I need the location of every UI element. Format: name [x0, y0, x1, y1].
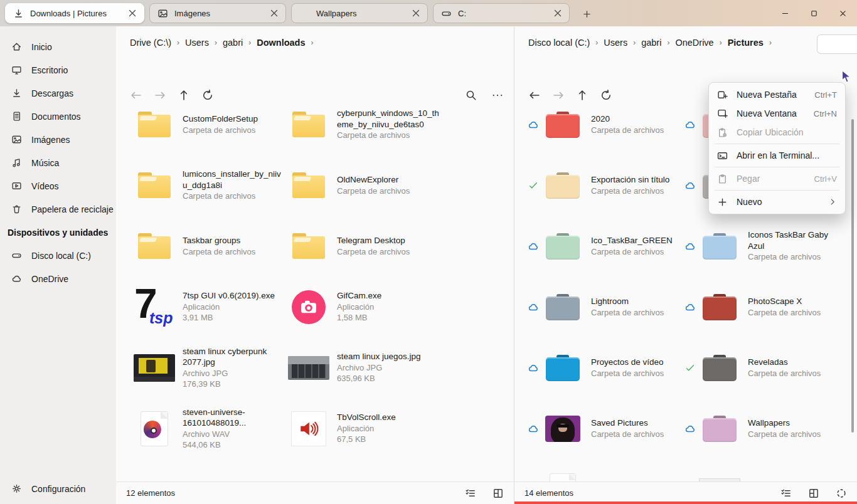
file-item-steam-linux-cyberpunk-2077-jpg[interactable]: steam linux cyberpunk 2077.jpgArchivo JP…: [134, 337, 288, 398]
file-size: 67,5 KB: [337, 434, 396, 445]
breadcrumb-segment[interactable]: gabri: [221, 37, 244, 48]
layout-grid-icon[interactable]: [492, 488, 504, 499]
tab-close-icon[interactable]: [269, 8, 279, 18]
menu-item-label: Copiar Ubicación: [737, 127, 837, 137]
menu-item-shortcut: Ctrl+T: [814, 90, 837, 100]
menu-item-shortcut: Ctrl+N: [814, 109, 837, 118]
file-item-reveladas[interactable]: ReveladasCarpeta de archivos: [684, 337, 841, 398]
file-item-lumicons-installer-by-niivu-ddg1a8i[interactable]: lumicons_installer_by_niivu_ddg1a8iCarpe…: [134, 155, 288, 216]
select-mode-icon[interactable]: [465, 488, 476, 499]
menu-item-copiar-ubicaci-n[interactable]: Copiar Ubicación: [709, 123, 845, 142]
file-item-cyberpunk-windows-10-theme-by-niivu-de6tas0[interactable]: cyberpunk_windows_10_theme_by_niivu_de6t…: [288, 94, 442, 155]
sidebar-item-label: Descargas: [31, 88, 73, 98]
new-tab-button[interactable]: [576, 5, 597, 23]
file-item-photoscape-x[interactable]: PhotoScape XCarpeta de archivos: [684, 276, 841, 337]
sidebar-item-disco-local-c[interactable]: Disco local (C:): [0, 244, 116, 267]
breadcrumb-segment[interactable]: Drive (C:\): [129, 37, 173, 48]
file-name: CustomFolderSetup: [183, 113, 258, 125]
tab-close-icon[interactable]: [553, 8, 563, 18]
download-icon: [11, 88, 22, 98]
tab-im-genes[interactable]: Imágenes: [149, 3, 286, 23]
file-item-exportaci-n-sin-t-tulo[interactable]: Exportación sin títuloCarpeta de archivo…: [527, 155, 684, 216]
file-item-iconos-taskbar-gaby-azul[interactable]: Iconos TaskBar Gaby AzulCarpeta de archi…: [684, 216, 841, 276]
breadcrumb-segment[interactable]: Users: [602, 37, 629, 48]
active-pane-accent-strip: [514, 501, 857, 504]
breadcrumb-segment[interactable]: Disco local (C:): [527, 37, 591, 48]
file-item-proyectos-de-v-deo[interactable]: Proyectos de vídeoCarpeta de archivos: [527, 337, 684, 398]
menu-divider: [715, 190, 839, 191]
sidebar-item-label: Imágenes: [31, 135, 70, 145]
file-item-2020[interactable]: 2020Carpeta de archivos: [527, 94, 684, 155]
layout-grid-icon[interactable]: [808, 488, 819, 499]
file-item-oldnewexplorer[interactable]: OldNewExplorerCarpeta de archivos: [288, 155, 442, 216]
minimize-button[interactable]: [770, 0, 799, 26]
breadcrumb-segment[interactable]: Downloads: [255, 37, 306, 48]
file-item-saved-pictures[interactable]: Saved PicturesCarpeta de archivos: [527, 398, 684, 459]
file-item-tbvolscroll-exe[interactable]: TbVolScroll.exeAplicación67,5 KB: [288, 398, 442, 459]
drive-icon: [11, 250, 22, 261]
tab-c[interactable]: C:: [433, 3, 570, 23]
breadcrumb-separator: ›: [248, 38, 251, 47]
file-item-files-windows-10-png[interactable]: files windows 10.png: [684, 459, 841, 481]
status-bar: 12 elementos: [116, 481, 514, 504]
file-name: OldNewExplorer: [337, 174, 410, 186]
maximize-button[interactable]: [799, 0, 828, 26]
file-item-steam-linux-juegos-jpg[interactable]: steam linux juegos.jpgArchivo JPG635,96 …: [288, 337, 442, 398]
menu-item-pegar[interactable]: Pegar Ctrl+V: [709, 169, 845, 188]
breadcrumb-segment[interactable]: gabri: [640, 37, 663, 48]
file-item-ico-taskbar-green[interactable]: Ico_TaskBar_GREENCarpeta de archivos: [527, 216, 684, 276]
folder-icon: [546, 233, 580, 260]
file-type: Carpeta de archivos: [591, 125, 664, 136]
tab-downloads-pictures[interactable]: Downloads | Pictures: [5, 3, 144, 23]
right-pane-scrollbar[interactable]: [851, 119, 854, 433]
file-name: Telegram Desktop: [337, 235, 410, 246]
file-item-files-windows-10[interactable]: files windows 10: [527, 459, 684, 481]
file-item-lightroom[interactable]: LightroomCarpeta de archivos: [527, 276, 684, 337]
sidebar-item-papelera-de-reciclaje[interactable]: Papelera de reciclaje: [0, 197, 116, 221]
sidebar-item-configuraci-n[interactable]: Configuración: [0, 477, 116, 500]
sidebar-item-m-sica[interactable]: Música: [0, 151, 116, 174]
breadcrumb-segment[interactable]: Users: [184, 37, 210, 48]
select-mode-icon[interactable]: [780, 488, 792, 499]
sidebar-item-documentos[interactable]: Documentos: [0, 105, 116, 128]
sidebar-item-inicio[interactable]: Inicio: [0, 35, 116, 58]
item-count: 14 elementos: [524, 488, 573, 498]
folder-icon: [546, 294, 580, 320]
spinner-icon[interactable]: [836, 488, 847, 499]
path-edit-box[interactable]: [817, 34, 857, 54]
cloud-sync-icon: [528, 119, 539, 130]
window-controls: [770, 0, 857, 26]
menu-item-nuevo[interactable]: Nuevo: [709, 192, 845, 211]
file-type: Carpeta de archivos: [183, 191, 285, 202]
sidebar-item-descargas[interactable]: Descargas: [0, 81, 116, 105]
menu-item-nueva-ventana[interactable]: Nueva Ventana Ctrl+N: [709, 104, 845, 123]
breadcrumb-separator: ›: [667, 38, 669, 47]
close-button[interactable]: [828, 0, 857, 26]
item-count: 12 elementos: [126, 488, 175, 498]
file-item-steven-universe-161010488019[interactable]: steven-universe-161010488019...Archivo W…: [134, 398, 288, 459]
file-item-telegram-desktop[interactable]: Telegram DesktopCarpeta de archivos: [288, 216, 442, 276]
sidebar-item-escritorio[interactable]: Escritorio: [0, 58, 116, 81]
tab-close-icon[interactable]: [411, 8, 421, 18]
image-thumbnail: [545, 416, 580, 442]
tab-close-icon[interactable]: [127, 8, 137, 18]
file-item-wallpapers[interactable]: WallpapersCarpeta de archivos: [684, 398, 841, 459]
file-item-gifcam-exe[interactable]: GifCam.exeAplicación1,58 MB: [288, 276, 442, 337]
file-name: steven-universe-161010488019...: [183, 407, 285, 429]
image-thumbnail: [288, 356, 329, 380]
sidebar-item-onedrive[interactable]: OneDrive: [0, 267, 116, 290]
breadcrumb-segment[interactable]: OneDrive: [674, 37, 715, 48]
folder-icon: [138, 233, 171, 259]
file-item-customfoldersetup[interactable]: CustomFolderSetupCarpeta de archivos: [134, 94, 288, 155]
sidebar-item-v-deos[interactable]: Vídeos: [0, 174, 116, 197]
sidebar-section-header: Dispositivos y unidades: [0, 221, 116, 244]
breadcrumb-segment[interactable]: Pictures: [727, 37, 765, 48]
file-item-7tsp-gui-v0-6-2019-exe[interactable]: 7tsp7tsp GUI v0.6(2019).exeAplicación3,9…: [134, 276, 288, 337]
file-item-taskbar-groups[interactable]: Taskbar groupsCarpeta de archivos: [134, 216, 288, 276]
menu-item-abrir-en-la-terminal[interactable]: Abrir en la Terminal...: [709, 146, 845, 165]
menu-item-nueva-pesta-a[interactable]: Nueva Pestaña Ctrl+T: [709, 85, 845, 104]
file-name: steam linux juegos.jpg: [337, 351, 421, 362]
sidebar-item-im-genes[interactable]: Imágenes: [0, 128, 116, 151]
tab-wallpapers[interactable]: Wallpapers: [291, 3, 428, 23]
sidebar-item-label: Música: [31, 158, 59, 168]
